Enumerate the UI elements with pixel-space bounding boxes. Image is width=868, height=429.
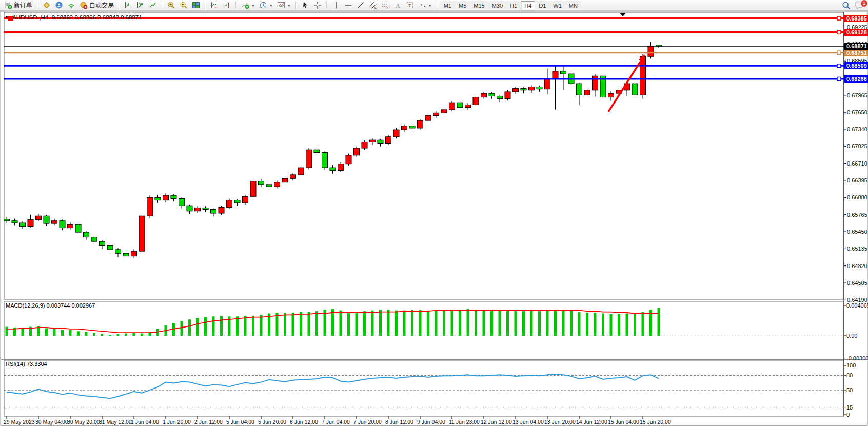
autotrading-icon	[80, 1, 88, 9]
trendline-tool-button[interactable]	[354, 1, 367, 10]
dropdown-caret: ▼	[287, 4, 291, 7]
crosshair-tool-button[interactable]	[311, 1, 324, 10]
price-axis-tick: 0.67650	[847, 109, 868, 115]
new-order-icon	[4, 1, 12, 9]
macd-axis-tick: 0.00	[846, 333, 857, 339]
candlestick-icon	[136, 1, 145, 9]
bar-chart-icon	[124, 1, 132, 9]
line-handle[interactable]	[837, 64, 841, 68]
timeframe-MN[interactable]: MN	[565, 1, 581, 10]
arrows-tool-button[interactable]: ▼	[416, 1, 434, 10]
cursor-tool-button[interactable]	[299, 1, 311, 10]
current-price-label: 0.68871	[844, 43, 868, 50]
timeframe-D1[interactable]: D1	[535, 1, 549, 10]
symbol-dropdown-marker[interactable]: ▼	[5, 15, 9, 19]
zoom-in-button[interactable]	[165, 1, 177, 10]
channel-tool-button[interactable]: E	[367, 1, 379, 10]
toolbar-separator	[162, 2, 163, 9]
horizontal-line-icon	[344, 1, 352, 9]
autotrading-label: 自动交易	[89, 1, 114, 10]
time-label: 8 Jun 12:00	[385, 419, 413, 425]
zoom-out-icon	[180, 1, 188, 9]
label-tool-button[interactable]: T	[404, 1, 416, 10]
auto-scroll-icon	[210, 1, 219, 9]
rsi-label: RSI(14) 73.3304	[6, 361, 47, 367]
hline-price-label: 0.69385	[844, 15, 868, 22]
main-chart-canvas[interactable]	[0, 0, 868, 429]
macd-panel-frame	[4, 301, 844, 359]
auto-scroll-button[interactable]	[208, 1, 221, 10]
time-label: 30 May 04:00	[35, 419, 68, 425]
toolbar-separator	[326, 2, 327, 9]
market-button[interactable]	[41, 1, 53, 10]
toolbar-separator	[119, 2, 120, 9]
price-axis-tick: 0.66395	[847, 177, 868, 183]
arrows-icon	[418, 1, 426, 9]
tile-windows-icon	[192, 1, 200, 9]
vertical-line-tool-button[interactable]	[330, 1, 342, 10]
templates-button[interactable]: ▼	[275, 1, 293, 10]
hline-price-label: 0.69128	[844, 29, 868, 36]
equidistant-channel-icon: E	[369, 1, 377, 9]
community-button[interactable]	[53, 1, 65, 10]
timeframe-W1[interactable]: W1	[549, 1, 565, 10]
price-axis-tick: 0.64505	[847, 280, 868, 286]
toolbar-separator	[295, 2, 297, 9]
chart-shift-button[interactable]	[221, 1, 233, 10]
dropdown-caret: ▼	[251, 4, 255, 7]
indicators-button[interactable]: ▼	[239, 1, 257, 10]
rsi-axis-tick: 0	[846, 412, 850, 418]
candlestick-style-button[interactable]	[134, 1, 147, 10]
ohlc-values: 0.68892 0.68896 0.68842 0.68871	[52, 14, 142, 21]
chat-badge: 1	[861, 0, 867, 7]
timeframe-M5[interactable]: M5	[455, 1, 470, 10]
timeframe-H4[interactable]: H4	[521, 1, 535, 10]
chat-button[interactable]: 1	[853, 1, 866, 10]
tile-windows-button[interactable]	[190, 1, 202, 10]
signals-button[interactable]	[65, 1, 77, 10]
horizontal-line-tool-button[interactable]	[342, 1, 354, 10]
line-handle[interactable]	[837, 51, 841, 54]
time-label: 5 Jun 20:00	[258, 419, 286, 425]
text-icon: A	[393, 1, 402, 9]
line-handle[interactable]	[837, 16, 841, 20]
search-button[interactable]	[840, 1, 853, 10]
time-label: 13 Jun 04:00	[512, 419, 544, 425]
timeframe-M1[interactable]: M1	[440, 1, 455, 10]
community-icon	[55, 1, 63, 9]
bar-chart-style-button[interactable]	[122, 1, 134, 10]
rsi-axis-tick: 100	[846, 362, 856, 369]
time-label: 7 Jun 20:00	[353, 419, 382, 425]
timeframe-H1[interactable]: H1	[506, 1, 521, 10]
timeframe-M15[interactable]: M15	[470, 1, 488, 10]
timeframe-M30[interactable]: M30	[488, 1, 506, 10]
price-axis-tick: 0.67965	[847, 92, 868, 98]
zoom-in-icon	[167, 1, 175, 9]
autotrading-button[interactable]: 自动交易	[77, 1, 116, 10]
svg-text:E: E	[374, 6, 377, 9]
crosshair-icon	[313, 1, 322, 9]
zoom-out-button[interactable]	[177, 1, 190, 10]
new-order-button[interactable]: 新订单	[2, 1, 34, 10]
trendline-icon	[357, 1, 365, 9]
clock-icon	[259, 1, 267, 9]
periods-button[interactable]: ▼	[257, 1, 275, 10]
timeframe-group: M1M5M15M30H1H4D1W1MN	[440, 1, 581, 10]
line-chart-icon	[149, 1, 157, 9]
search-icon	[842, 1, 851, 10]
line-handle[interactable]	[837, 77, 841, 81]
price-axis-tick: 0.65450	[847, 229, 868, 235]
text-tool-button[interactable]: A	[391, 1, 404, 10]
time-label: 6 Jun 12:00	[290, 419, 318, 425]
add-indicator-icon	[241, 1, 249, 9]
signal-wifi-icon	[67, 1, 75, 9]
line-handle[interactable]	[837, 30, 841, 34]
svg-text:F: F	[387, 6, 389, 9]
chart-shift-icon	[223, 1, 231, 9]
toolbar-separator	[235, 2, 236, 9]
toolbar-separator	[37, 2, 38, 9]
macd-label: MACD(12,26,9) 0.003744 0.002967	[6, 302, 95, 309]
fibonacci-tool-button[interactable]: F	[379, 1, 391, 10]
line-chart-style-button[interactable]	[147, 1, 159, 10]
time-label: 15 Jun 20:00	[640, 419, 671, 425]
